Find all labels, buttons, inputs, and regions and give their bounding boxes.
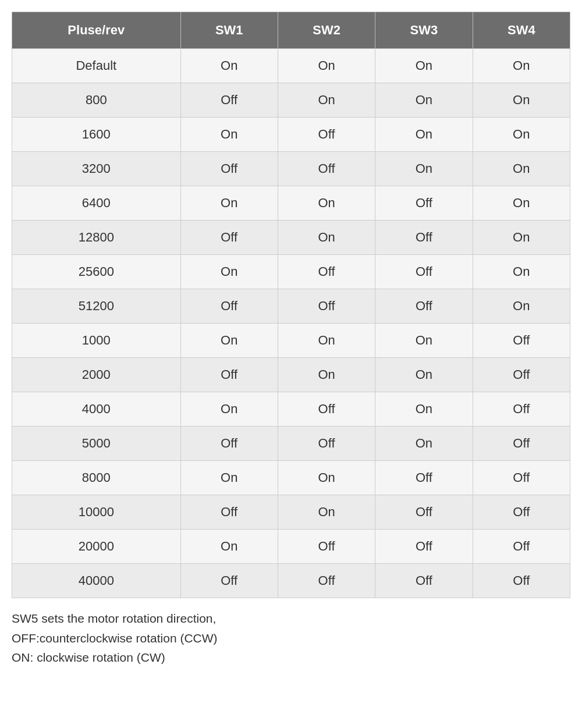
sw-value-cell: Off [375,221,473,255]
sw-value-cell: On [180,49,278,83]
sw-value-cell: Off [180,152,278,186]
sw-value-cell: On [375,118,473,152]
sw-value-cell: Off [180,427,278,461]
sw-value-cell: Off [278,530,375,564]
sw-value-cell: On [278,83,375,118]
pulse-rev-cell: 12800 [12,221,181,255]
pulse-rev-cell: 40000 [12,564,181,598]
pulse-rev-cell: Default [12,49,181,83]
sw-value-cell: Off [180,83,278,118]
sw-value-cell: Off [375,461,473,495]
sw-value-cell: Off [278,118,375,152]
sw-value-cell: Off [473,461,570,495]
sw-value-cell: Off [278,255,375,289]
pulse-rev-cell: 2000 [12,358,181,392]
sw-value-cell: Off [180,495,278,530]
sw-value-cell: On [473,83,570,118]
pulse-rev-cell: 10000 [12,495,181,530]
sw-value-cell: Off [375,186,473,221]
sw-value-cell: On [278,495,375,530]
sw-value-cell: Off [473,392,570,427]
sw-value-cell: On [180,392,278,427]
main-container: Pluse/revSW1SW2SW3SW4 DefaultOnOnOnOn800… [12,12,570,667]
sw-value-cell: On [375,358,473,392]
sw-value-cell: Off [278,564,375,598]
col-header-pluse-rev: Pluse/rev [12,12,181,49]
sw-value-cell: On [180,461,278,495]
sw-value-cell: On [375,324,473,358]
pulse-rev-cell: 8000 [12,461,181,495]
table-row: 1600OnOffOnOn [12,118,570,152]
sw-value-cell: On [278,49,375,83]
pulse-rev-cell: 51200 [12,289,181,324]
sw-value-cell: On [473,118,570,152]
sw-value-cell: On [375,49,473,83]
col-header-sw3: SW3 [375,12,473,49]
pulse-rev-cell: 20000 [12,530,181,564]
sw-value-cell: On [180,186,278,221]
table-row: 2000OffOnOnOff [12,358,570,392]
sw-value-cell: Off [180,221,278,255]
table-row: 51200OffOffOffOn [12,289,570,324]
sw-value-cell: Off [473,530,570,564]
sw-value-cell: Off [180,564,278,598]
pulse-rev-cell: 5000 [12,427,181,461]
table-row: 800OffOnOnOn [12,83,570,118]
sw-value-cell: On [180,118,278,152]
footer-line3: ON: clockwise rotation (CW) [12,648,570,667]
sw-value-cell: On [180,255,278,289]
footer-text: SW5 sets the motor rotation direction, O… [12,609,570,667]
footer-line2: OFF:counterclockwise rotation (CCW) [12,628,570,648]
sw-value-cell: Off [278,289,375,324]
sw-value-cell: On [375,152,473,186]
table-row: 12800OffOnOffOn [12,221,570,255]
table-row: 8000OnOnOffOff [12,461,570,495]
sw-value-cell: Off [375,564,473,598]
sw-value-cell: Off [473,324,570,358]
sw-value-cell: On [375,83,473,118]
sw-value-cell: On [473,221,570,255]
sw-value-cell: On [375,392,473,427]
pulse-rev-table: Pluse/revSW1SW2SW3SW4 DefaultOnOnOnOn800… [12,12,570,598]
sw-value-cell: Off [473,427,570,461]
sw-value-cell: On [473,255,570,289]
table-row: 6400OnOnOffOn [12,186,570,221]
table-header-row: Pluse/revSW1SW2SW3SW4 [12,12,570,49]
pulse-rev-cell: 4000 [12,392,181,427]
sw-value-cell: Off [278,427,375,461]
sw-value-cell: Off [278,392,375,427]
sw-value-cell: Off [180,289,278,324]
pulse-rev-cell: 6400 [12,186,181,221]
col-header-sw2: SW2 [278,12,375,49]
col-header-sw1: SW1 [180,12,278,49]
sw-value-cell: On [473,186,570,221]
sw-value-cell: Off [473,358,570,392]
sw-value-cell: On [278,221,375,255]
pulse-rev-cell: 1000 [12,324,181,358]
table-row: 5000OffOffOnOff [12,427,570,461]
footer-line1: SW5 sets the motor rotation direction, [12,609,570,628]
sw-value-cell: On [375,427,473,461]
pulse-rev-cell: 3200 [12,152,181,186]
sw-value-cell: On [473,49,570,83]
sw-value-cell: Off [375,495,473,530]
table-row: 25600OnOffOffOn [12,255,570,289]
pulse-rev-cell: 800 [12,83,181,118]
sw-value-cell: On [278,324,375,358]
table-row: 20000OnOffOffOff [12,530,570,564]
sw-value-cell: Off [278,152,375,186]
sw-value-cell: Off [375,289,473,324]
col-header-sw4: SW4 [473,12,570,49]
table-row: 3200OffOffOnOn [12,152,570,186]
pulse-rev-cell: 1600 [12,118,181,152]
sw-value-cell: Off [180,358,278,392]
table-row: DefaultOnOnOnOn [12,49,570,83]
sw-value-cell: On [180,530,278,564]
pulse-rev-cell: 25600 [12,255,181,289]
sw-value-cell: On [278,186,375,221]
sw-value-cell: On [473,152,570,186]
sw-value-cell: On [278,358,375,392]
table-row: 1000OnOnOnOff [12,324,570,358]
table-row: 4000OnOffOnOff [12,392,570,427]
sw-value-cell: Off [375,530,473,564]
